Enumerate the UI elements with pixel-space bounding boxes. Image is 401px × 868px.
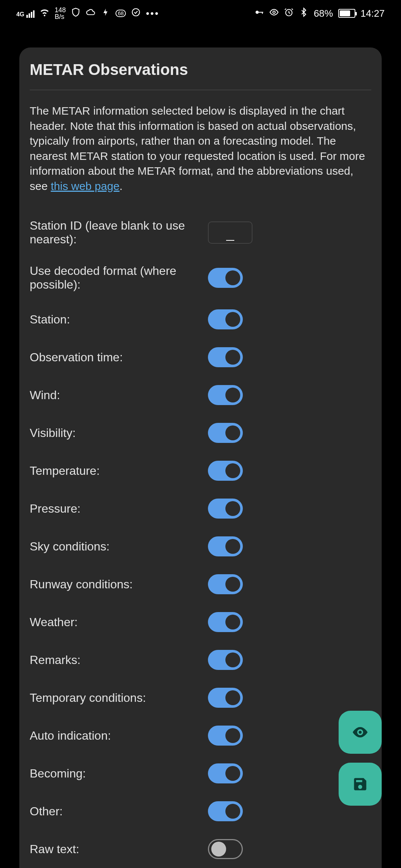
row-station: Station: [19, 300, 382, 338]
intro-tail: . [120, 180, 123, 192]
row-use-decoded: Use decoded format (where possible): [19, 255, 382, 300]
battery-icon [338, 9, 355, 18]
station-id-input[interactable] [208, 221, 252, 244]
visibility-toggle[interactable] [208, 423, 243, 443]
other-toggle[interactable] [208, 801, 243, 821]
battery-percent: 68% [314, 8, 333, 19]
badge-icon: 68 [115, 10, 126, 17]
save-fab[interactable] [339, 763, 382, 806]
raw-toggle[interactable] [208, 839, 243, 859]
sky-toggle[interactable] [208, 536, 243, 556]
wifi-icon [40, 7, 49, 20]
wind-label: Wind: [30, 388, 208, 402]
bluetooth-icon [299, 7, 309, 20]
cellular-indicator: 4G [16, 9, 35, 18]
speed-value: 148 [55, 7, 66, 13]
temperature-label: Temperature: [30, 464, 208, 478]
eye-icon [351, 723, 369, 741]
network-type: 4G [16, 11, 24, 18]
use-decoded-toggle[interactable] [208, 268, 243, 288]
pressure-toggle[interactable] [208, 499, 243, 519]
row-raw: Raw text: [19, 830, 382, 868]
row-runway: Runway conditions: [19, 565, 382, 603]
pressure-label: Pressure: [30, 502, 208, 516]
eye-icon [269, 7, 279, 20]
auto-toggle[interactable] [208, 726, 243, 746]
temporary-label: Temporary conditions: [30, 691, 208, 705]
becoming-toggle[interactable] [208, 763, 243, 783]
remarks-label: Remarks: [30, 653, 208, 667]
row-station-id: Station ID (leave blank to use nearest): [19, 210, 382, 255]
row-temperature: Temperature: [19, 452, 382, 490]
auto-label: Auto indication: [30, 729, 208, 743]
signal-bars-icon [26, 10, 35, 18]
remarks-toggle[interactable] [208, 650, 243, 670]
row-other: Other: [19, 792, 382, 830]
data-speed: 148 B/s [55, 7, 66, 20]
use-decoded-label: Use decoded format (where possible): [30, 264, 208, 292]
weather-toggle[interactable] [208, 612, 243, 632]
becoming-label: Becoming: [30, 767, 208, 780]
status-left: 4G 148 B/s 68 ••• [16, 7, 159, 20]
key-icon [254, 7, 264, 20]
circle-check-icon [131, 7, 141, 20]
obs-time-label: Observation time: [30, 351, 208, 364]
cloud-icon [86, 7, 95, 20]
runway-label: Runway conditions: [30, 578, 208, 591]
row-obs-time: Observation time: [19, 338, 382, 376]
more-icon: ••• [146, 8, 159, 19]
visibility-label: Visibility: [30, 426, 208, 440]
metar-card: METAR Observations The METAR information… [19, 47, 382, 868]
intro-link[interactable]: this web page [51, 180, 120, 192]
alarm-icon [284, 7, 294, 20]
intro-body: The METAR information selected below is … [30, 105, 365, 192]
raw-label: Raw text: [30, 842, 208, 856]
sky-label: Sky conditions: [30, 540, 208, 553]
weather-label: Weather: [30, 615, 208, 629]
divider [30, 90, 371, 90]
station-toggle[interactable] [208, 309, 243, 329]
other-label: Other: [30, 805, 208, 818]
row-sky: Sky conditions: [19, 527, 382, 565]
row-wind: Wind: [19, 376, 382, 414]
card-title: METAR Observations [19, 61, 382, 90]
wind-toggle[interactable] [208, 385, 243, 405]
svg-point-0 [132, 9, 140, 16]
row-becoming: Becoming: [19, 754, 382, 792]
svg-point-4 [273, 11, 276, 13]
status-right: 68% 14:27 [254, 7, 385, 20]
status-bar: 4G 148 B/s 68 ••• [0, 0, 401, 27]
temporary-toggle[interactable] [208, 688, 243, 708]
row-auto: Auto indication: [19, 717, 382, 754]
row-pressure: Pressure: [19, 490, 382, 527]
runway-toggle[interactable] [208, 574, 243, 594]
row-weather: Weather: [19, 603, 382, 641]
intro-text: The METAR information selected below is … [19, 103, 382, 210]
obs-time-toggle[interactable] [208, 347, 243, 367]
bolt-icon [101, 7, 110, 20]
station-label: Station: [30, 313, 208, 326]
svg-rect-3 [262, 11, 263, 13]
speed-unit: B/s [55, 13, 66, 20]
preview-fab[interactable] [339, 711, 382, 754]
row-temporary: Temporary conditions: [19, 679, 382, 717]
fab-group [339, 711, 382, 806]
row-visibility: Visibility: [19, 414, 382, 452]
save-icon [352, 776, 368, 792]
shield-icon [71, 7, 81, 20]
row-remarks: Remarks: [19, 641, 382, 679]
svg-point-1 [255, 10, 259, 14]
station-id-label: Station ID (leave blank to use nearest): [30, 219, 208, 246]
clock-time: 14:27 [361, 8, 385, 19]
temperature-toggle[interactable] [208, 461, 243, 481]
